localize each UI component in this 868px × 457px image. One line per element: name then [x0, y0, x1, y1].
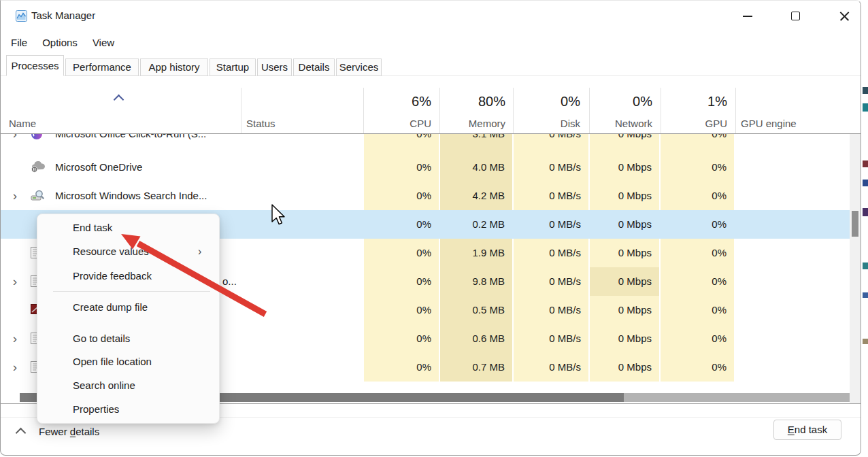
cell-network: 0 Mbps	[590, 360, 659, 374]
cell-cpu: 0%	[364, 218, 439, 231]
column-header-network[interactable]: Network	[578, 118, 652, 129]
cell-cpu: 0%	[364, 275, 439, 288]
column-usage-cpu[interactable]: 6%	[356, 94, 431, 109]
tab-details[interactable]: Details	[293, 58, 335, 76]
task-manager-app-icon	[16, 10, 27, 24]
submenu-chevron-icon: ›	[198, 244, 207, 259]
column-usage-network[interactable]: 0%	[578, 94, 652, 109]
cell-disk: 0 MB/s	[514, 246, 588, 260]
cell-gpu: 0%	[661, 303, 734, 317]
cell-gpu: 0%	[661, 218, 734, 231]
onedrive-icon	[31, 161, 46, 175]
cell-cpu: 0%	[364, 134, 439, 141]
cell-gpu: 0%	[661, 160, 734, 174]
close-button[interactable]	[829, 1, 860, 31]
context-menu-item-end-task[interactable]: End task	[73, 220, 112, 235]
cell-memory: 0.6 MB	[440, 332, 512, 345]
context-menu-item-provide-feedback[interactable]: Provide feedback	[73, 269, 152, 284]
background-fragment	[863, 292, 868, 298]
cell-network: 0 Mbps	[590, 160, 659, 174]
cell-disk: 0 MB/s	[514, 160, 588, 174]
cell-memory: 0.5 MB	[440, 303, 512, 317]
process-row[interactable]: ›Microsoft Windows Search Inde...0%4.2 M…	[1, 182, 850, 210]
background-fragment	[863, 103, 868, 112]
cell-memory: 0.7 MB	[440, 360, 512, 374]
context-menu-item-resource-values[interactable]: Resource values	[73, 244, 149, 259]
expand-chevron-icon[interactable]: ›	[10, 134, 20, 141]
cell-disk: 0 MB/s	[514, 360, 588, 374]
background-fragment	[863, 87, 868, 94]
window-title: Task Manager	[31, 10, 95, 21]
cell-network: 0 Mbps	[590, 134, 659, 141]
process-name: Microsoft OneDrive	[55, 161, 142, 173]
menubar-item-view[interactable]: View	[93, 33, 114, 52]
cell-disk: 0 MB/s	[514, 332, 588, 345]
vertical-scrollbar-thumb[interactable]	[852, 211, 858, 237]
cell-gpu: 0%	[661, 332, 734, 345]
column-header-disk[interactable]: Disk	[505, 118, 580, 129]
expand-chevron-icon[interactable]: ›	[10, 360, 20, 375]
cell-gpu: 0%	[661, 134, 734, 141]
cell-cpu: 0%	[364, 189, 439, 203]
cell-network: 0 Mbps	[590, 332, 659, 345]
tab-startup[interactable]: Startup	[210, 58, 256, 76]
cell-gpu: 0%	[661, 360, 734, 374]
column-header-gpu[interactable]: GPU	[652, 118, 727, 129]
column-usage-gpu[interactable]: 1%	[652, 94, 727, 109]
vertical-scrollbar[interactable]	[850, 134, 861, 403]
expand-chevron-icon[interactable]: ›	[10, 331, 20, 346]
cell-cpu: 0%	[364, 160, 439, 174]
column-header-gpu_engine[interactable]: GPU engine	[741, 118, 797, 129]
context-menu-item-go-to-details[interactable]: Go to details	[73, 331, 130, 346]
end-task-button[interactable]: End task	[773, 420, 841, 440]
titlebar[interactable]: Task Manager	[1, 1, 861, 32]
column-header-memory[interactable]: Memory	[431, 118, 505, 129]
menubar: FileOptionsView	[11, 33, 114, 52]
expand-chevron-icon[interactable]: ›	[10, 274, 20, 289]
maximize-button[interactable]	[780, 1, 811, 31]
expand-chevron-icon[interactable]: ›	[10, 188, 20, 203]
background-fragment	[863, 160, 868, 167]
process-name: Microsoft Windows Search Inde...	[55, 190, 207, 201]
context-menu-separator	[53, 291, 210, 292]
cell-memory: 3.1 MB	[440, 134, 512, 141]
tab-services[interactable]: Services	[336, 58, 382, 76]
process-row[interactable]: Microsoft OneDrive0%4.0 MB0 MB/s0 Mbps0%	[1, 153, 850, 182]
cell-network: 0 Mbps	[590, 218, 659, 231]
column-usage-memory[interactable]: 80%	[431, 94, 505, 109]
tab-users[interactable]: Users	[257, 58, 292, 76]
cell-memory: 4.0 MB	[440, 160, 512, 174]
cell-disk: 0 MB/s	[514, 189, 588, 203]
column-header-cpu[interactable]: CPU	[356, 118, 431, 129]
context-menu-item-create-dump-file[interactable]: Create dump file	[73, 300, 148, 315]
process-row[interactable]: ›Microsoft Office Click-to-Run (S...0%3.…	[1, 134, 850, 153]
cell-disk: 0 MB/s	[514, 134, 588, 141]
cell-network: 0 Mbps	[590, 303, 659, 317]
context-menu-item-open-file-location[interactable]: Open file location	[73, 354, 152, 369]
column-header-status[interactable]: Status	[246, 118, 276, 129]
header-column-separator	[735, 88, 736, 133]
cell-memory: 0.2 MB	[440, 218, 512, 231]
cell-gpu: 0%	[661, 246, 734, 260]
chevron-up-icon	[16, 428, 27, 439]
menubar-item-file[interactable]: File	[11, 33, 27, 52]
cell-cpu: 0%	[364, 360, 439, 374]
maximize-icon	[791, 12, 800, 20]
context-menu-item-properties[interactable]: Properties	[73, 402, 119, 417]
column-header-name[interactable]: Name	[9, 118, 36, 129]
process-name-fragment: o...	[222, 275, 237, 287]
cell-network: 0 Mbps	[590, 275, 659, 288]
minimize-button[interactable]	[732, 1, 763, 31]
tab-performance[interactable]: Performance	[65, 58, 139, 76]
column-usage-disk[interactable]: 0%	[505, 94, 580, 109]
menubar-item-options[interactable]: Options	[42, 33, 78, 52]
background-fragment	[863, 263, 868, 269]
tab-app-history[interactable]: App history	[140, 58, 208, 76]
context-menu-item-search-online[interactable]: Search online	[73, 378, 135, 393]
sort-ascending-icon	[114, 95, 124, 105]
task-manager-window: Task Manager FileOptionsView ProcessesPe…	[0, 0, 861, 456]
tab-processes[interactable]: Processes	[6, 55, 64, 76]
header-column-separator	[241, 88, 241, 133]
context-menu: End taskResource values›Provide feedback…	[37, 214, 220, 424]
office-click-to-run-icon	[31, 134, 43, 143]
